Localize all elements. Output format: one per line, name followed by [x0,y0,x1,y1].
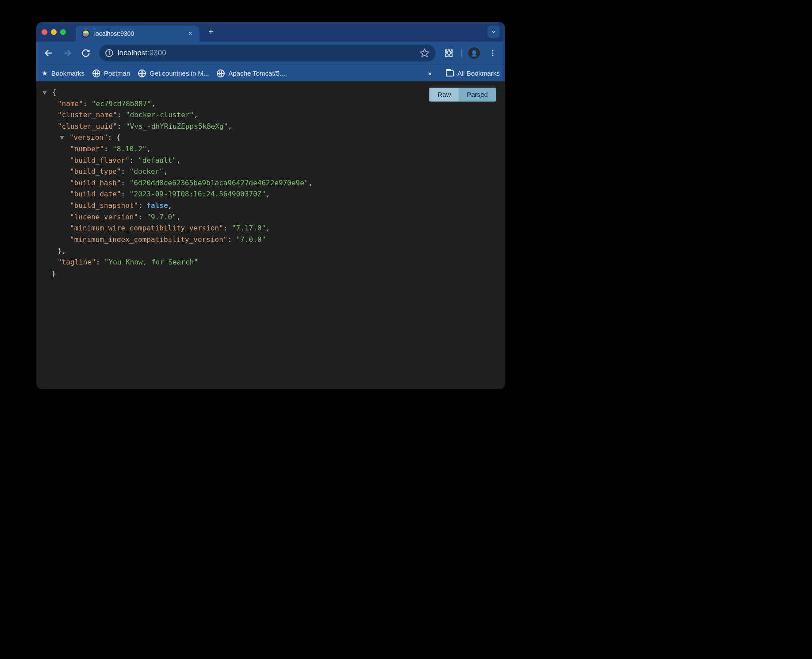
close-window-button[interactable] [42,29,47,35]
bookmark-item-countries[interactable]: Get countries in M... [138,69,209,77]
arrow-left-icon [44,48,54,58]
json-line: "build_flavor": "default", [42,155,499,166]
bookmark-label: Postman [104,69,130,77]
json-line: ▼ "version": { [42,132,499,143]
extensions-button[interactable] [441,45,457,61]
site-info-icon[interactable]: i [105,49,113,57]
reload-icon [81,49,90,57]
titlebar: localhost:9300 × + [36,22,505,42]
json-line: "build_snapshot": false, [42,200,499,211]
back-button[interactable] [41,45,57,61]
bookmark-star-button[interactable] [420,48,429,58]
browser-menu-button[interactable] [485,45,501,61]
bookmark-item-postman[interactable]: Postman [92,69,130,77]
puzzle-icon [444,49,453,57]
profile-avatar-icon: 👤 [468,47,480,59]
reload-button[interactable] [78,45,94,61]
disclosure-triangle-icon[interactable]: ▼ [42,87,48,98]
json-line: "build_hash": "6d20dd8ce62365be9b1aca964… [42,177,499,189]
svg-marker-2 [421,49,429,57]
bookmark-label: Get countries in M... [149,69,209,77]
bookmarks-folder[interactable]: ★ Bookmarks [42,69,84,77]
json-line: "minimum_index_compatibility_version": "… [42,234,499,245]
browser-tab[interactable]: localhost:9300 × [76,26,199,42]
all-bookmarks-button[interactable]: All Bookmarks [446,69,500,77]
new-tab-button[interactable]: + [205,27,217,37]
bookmarks-overflow-button[interactable]: » [428,69,432,77]
all-bookmarks-label: All Bookmarks [457,69,500,77]
view-toggle: Raw Parsed [429,88,496,102]
page-content: Raw Parsed ▼ { "name": "ec79cd78b887", "… [36,81,505,389]
folder-icon [446,70,454,77]
toolbar-divider [461,48,462,58]
parsed-toggle-button[interactable]: Parsed [459,88,496,101]
toolbar: i localhost:9300 👤 [36,42,505,65]
star-icon [420,48,429,58]
minimize-window-button[interactable] [51,29,57,35]
bookmarks-bar: ★ Bookmarks Postman Get countries in M..… [36,65,505,81]
json-line: "tagline": "You Know, for Search" [42,257,499,268]
address-bar[interactable]: i localhost:9300 [99,45,436,61]
globe-icon [217,69,225,77]
json-line: "cluster_uuid": "Vvs_-dhYRiuZEpps5k8eXg"… [42,121,499,132]
close-tab-button[interactable]: × [188,30,193,37]
json-line: "lucene_version": "9.7.0", [42,211,499,223]
kebab-icon [489,49,497,57]
json-line: }, [42,245,499,257]
globe-icon [138,69,146,77]
tab-favicon-icon [82,30,90,38]
forward-button[interactable] [59,45,75,61]
profile-button[interactable]: 👤 [466,45,482,61]
globe-icon [92,69,100,77]
tab-title: localhost:9300 [94,30,183,37]
json-line: } [42,268,499,280]
json-line: "minimum_wire_compatibility_version": "7… [42,222,499,234]
disclosure-triangle-icon[interactable]: ▼ [60,132,65,143]
bookmark-item-tomcat[interactable]: Apache Tomcat/5.... [217,69,287,77]
svg-point-5 [492,55,494,56]
maximize-window-button[interactable] [60,29,66,35]
json-line: "cluster_name": "docker-cluster", [42,109,499,121]
svg-point-4 [492,53,494,54]
chevron-down-icon [490,29,497,35]
json-line: "build_date": "2023-09-19T08:16:24.56490… [42,188,499,200]
url-text: localhost:9300 [118,49,415,57]
url-port: :9300 [147,49,166,57]
bookmark-label: Apache Tomcat/5.... [228,69,287,77]
json-line: "number": "8.10.2", [42,143,499,155]
json-line: "build_type": "docker", [42,166,499,177]
browser-window: localhost:9300 × + i localhost:9300 [36,22,505,389]
star-filled-icon: ★ [42,69,48,77]
raw-toggle-button[interactable]: Raw [429,88,459,101]
arrow-right-icon [62,48,72,58]
svg-point-3 [492,50,494,51]
tabs-dropdown-button[interactable] [487,26,500,38]
url-host: localhost [118,49,147,57]
window-controls [42,29,66,35]
bookmarks-label: Bookmarks [51,69,84,77]
